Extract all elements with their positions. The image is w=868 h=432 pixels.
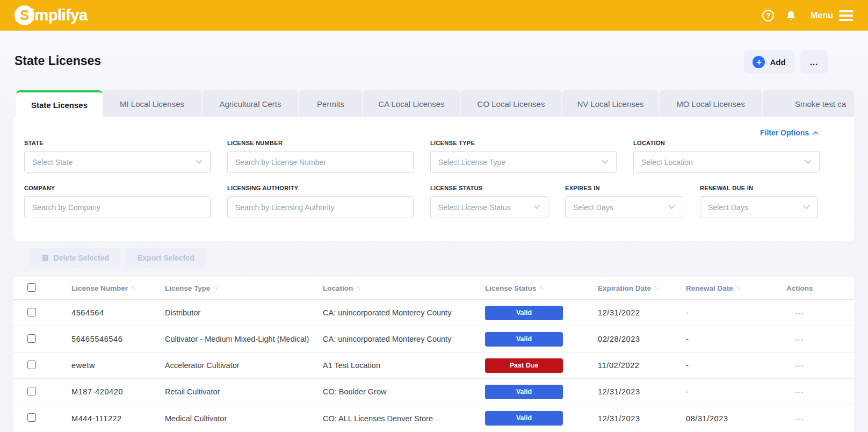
select-all-checkbox[interactable] [27,283,36,292]
menu-button[interactable]: Menu [811,10,853,21]
table-row: M444-111222 Medical Cultivator CO: ALL L… [13,405,854,431]
tab-state-licenses[interactable]: State Licenses [16,90,103,117]
menu-label: Menu [811,11,833,20]
column-header-renewal-date[interactable]: Renewal Date ↑↓ [686,284,786,292]
filter-license-type-select[interactable]: Select License Type [430,151,617,173]
tab-smoke-test-ca[interactable]: Smoke test ca [763,90,854,117]
tab-ca-local-licenses[interactable]: CA Local Licenses [363,90,460,117]
select-placeholder: Select Location [641,158,693,167]
filter-renewal-due-in-select[interactable]: Select Days [700,196,818,218]
tab-nv-local-licenses[interactable]: NV Local Licenses [562,90,659,117]
row-checkbox[interactable] [27,334,36,343]
cell-expiration-date: 12/31/2022 [598,308,686,317]
cell-license-number: 56465546546 [71,335,165,343]
add-button[interactable]: + Add [744,50,794,74]
filter-license-status-select[interactable]: Select License Status [430,196,548,218]
cell-license-number: M187-420420 [71,387,165,396]
more-options-button[interactable]: ... [800,50,828,74]
status-badge[interactable]: Valid [485,385,563,399]
cell-renewal-date: - [686,361,786,370]
select-placeholder: Select State [32,158,73,167]
filter-state-select[interactable]: Select State [24,151,211,173]
column-header-label: Expiration Date [598,284,651,292]
row-actions-menu-icon[interactable]: ••• [795,311,804,316]
row-checkbox[interactable] [27,387,36,395]
column-header-actions[interactable]: Actions [786,284,854,292]
cell-location: CA: unincorporated Monterey County [323,308,485,317]
filter-label: LICENSE STATUS [430,185,548,191]
status-badge[interactable]: Valid [485,332,563,347]
filter-field: COMPANY [24,185,211,218]
filter-field: EXPIRES IN Select Days [565,185,683,218]
cell-license-type: Accelerator Cultivator [165,361,323,370]
sort-icon[interactable]: ↑↓ [736,285,740,291]
sort-icon[interactable]: ↑↓ [131,285,135,291]
filter-location-select[interactable]: Select Location [633,151,820,173]
row-actions-menu-icon[interactable]: ••• [795,416,804,422]
sort-icon[interactable]: ↑↓ [539,285,543,291]
tab-co-local-licenses[interactable]: CO Local Licenses [461,90,561,117]
cell-license-type: Medical Cultivator [165,414,323,423]
tab-mi-local-licenses[interactable]: MI Local Licenses [103,90,201,117]
column-header-license-status[interactable]: License Status ↑↓ [485,284,598,292]
filter-company-input[interactable] [24,196,211,218]
delete-selected-label: Delete Selected [54,254,110,262]
delete-icon: ⊠ [42,254,49,262]
chevron-down-icon [803,205,810,210]
status-badge[interactable]: Past Due [485,358,563,373]
export-selected-label: Export Selected [138,254,194,262]
row-checkbox[interactable] [27,413,36,422]
row-actions-menu-icon[interactable]: ••• [795,337,804,343]
row-actions-menu-icon[interactable]: ••• [795,390,804,395]
help-icon[interactable]: ? [762,10,774,21]
table-row: ewetw Accelerator Cultivator A1 Test Loc… [13,352,854,379]
filter-field: LOCATION Select Location [633,140,820,173]
filter-licensing-authority-input[interactable] [227,196,414,218]
chevron-down-icon [668,205,675,210]
page-title: State Licenses [15,54,101,68]
cell-license-type: Distributor [165,308,323,317]
delete-selected-button[interactable]: ⊠ Delete Selected [31,248,120,268]
row-checkbox[interactable] [27,308,36,316]
logo-wordmark: implifya [31,6,88,24]
chevron-down-icon [805,160,812,164]
notifications-bell-icon[interactable] [785,10,797,21]
status-badge[interactable]: Valid [485,411,563,426]
sort-icon[interactable]: ↑↓ [356,285,360,291]
cell-renewal-date: 08/31/2023 [686,414,786,423]
cell-renewal-date: - [686,335,786,343]
row-actions-menu-icon[interactable]: ••• [795,363,804,369]
sort-icon[interactable]: ↑↓ [654,285,658,291]
cell-location: CO: Boulder Grow [323,387,485,396]
filter-expires-in-select[interactable]: Select Days [565,196,683,218]
filter-field: RENEWAL DUE IN Select Days [700,185,818,218]
cell-expiration-date: 02/28/2023 [598,335,686,343]
filter-label: LICENSE TYPE [430,140,617,146]
column-header-license-number[interactable]: License Number ↑↓ [71,284,165,292]
column-header-expiration-date[interactable]: Expiration Date ↑↓ [598,284,686,292]
tab-mo-local-licenses[interactable]: MO Local Licenses [660,90,762,117]
simplifya-logo[interactable]: S implifya [15,5,88,25]
export-selected-button[interactable]: Export Selected [126,248,206,268]
cell-license-type: Retail Cultivator [165,387,323,396]
column-header-location[interactable]: Location ↑↓ [323,284,485,292]
tab-permits[interactable]: Permits [299,90,362,117]
table-header-row: License Number ↑↓ License Type ↑↓ Locati… [13,277,854,300]
filter-license-number-input[interactable] [227,151,414,173]
tab-agricultural-certs[interactable]: Agricultural Certs [202,90,298,117]
row-checkbox[interactable] [27,361,36,369]
cell-renewal-date: - [686,308,786,317]
filter-label: LICENSING AUTHORITY [227,185,414,191]
column-header-label: Location [323,284,353,292]
filter-panel: Filter Options STATE Select State LICENS… [13,117,854,241]
column-header-license-type[interactable]: License Type ↑↓ [165,284,323,292]
status-badge[interactable]: Valid [485,306,563,320]
chevron-down-icon [602,160,609,164]
select-placeholder: Select Days [708,203,748,212]
sort-icon[interactable]: ↑↓ [214,285,218,291]
cell-expiration-date: 12/31/2023 [598,387,686,396]
filter-options-toggle[interactable]: Filter Options [760,128,819,137]
column-header-label: License Status [485,284,536,292]
table-row: 56465546546 Cultivator - Medium Mixed-Li… [13,326,854,352]
add-button-label: Add [770,57,785,67]
